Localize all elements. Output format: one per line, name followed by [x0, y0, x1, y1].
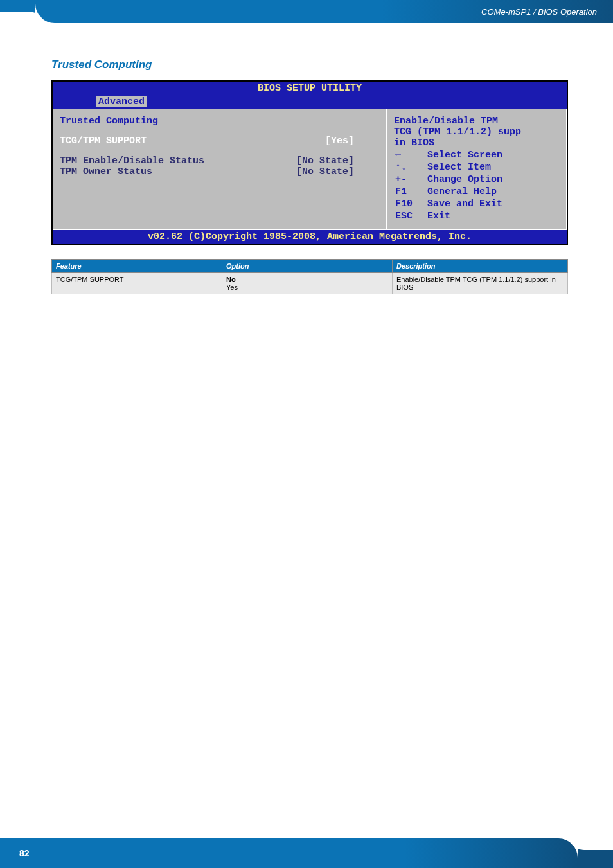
- bios-left-pane: Trusted Computing TCG/TPM SUPPORT [Yes] …: [53, 109, 387, 230]
- bios-key-label: Select Screen: [427, 150, 558, 161]
- bios-item-label: TPM Enable/Disable Status: [60, 155, 204, 166]
- bios-item-value: [No State]: [296, 155, 354, 166]
- bios-item-value: [No State]: [296, 166, 354, 177]
- bios-key: F10: [395, 199, 426, 209]
- bios-key-label: Select Item: [427, 162, 558, 173]
- header-band: COMe-mSP1 / BIOS Operation: [35, 0, 613, 23]
- bios-item-tpm-owner-status: TPM Owner Status [No State]: [60, 166, 380, 177]
- bios-item-label: TPM Owner Status: [60, 166, 152, 177]
- table-row: TCG/TPM SUPPORT No Yes Enable/Disable TP…: [52, 273, 568, 294]
- bios-key: ↑↓: [395, 162, 426, 173]
- bios-tab-bar: Advanced: [53, 95, 567, 109]
- td-description: Enable/Disable TPM TCG (TPM 1.1/1.2) sup…: [392, 273, 567, 294]
- bios-key-row: ESCExit: [395, 211, 558, 222]
- th-option: Option: [222, 260, 392, 273]
- bios-key-label: Exit: [427, 211, 558, 222]
- bios-key-row: ↑↓Select Item: [395, 162, 558, 173]
- bios-key-label: Save and Exit: [427, 199, 558, 209]
- page-number: 82: [19, 848, 30, 858]
- bios-key-row: +-Change Option: [395, 174, 558, 185]
- page: COMe-mSP1 / BIOS Operation Trusted Compu…: [0, 0, 613, 868]
- option-value: Yes: [226, 283, 238, 291]
- bios-item-tpm-enable-status: TPM Enable/Disable Status [No State]: [60, 155, 380, 166]
- bios-help-text: Enable/Disable TPM TCG (TPM 1.1/1.2) sup…: [394, 116, 560, 148]
- content: Trusted Computing BIOS SETUP UTILITY Adv…: [0, 23, 613, 294]
- header-corner-mask: [0, 12, 45, 28]
- td-option: No Yes: [222, 273, 392, 294]
- bios-key: ESC: [395, 211, 426, 222]
- bios-key: +-: [395, 174, 426, 185]
- th-description: Description: [392, 260, 567, 273]
- bios-right-pane: Enable/Disable TPM TCG (TPM 1.1/1.2) sup…: [387, 109, 567, 230]
- options-table: Feature Option Description TCG/TPM SUPPO…: [51, 259, 568, 294]
- footer-band: 82: [0, 838, 578, 868]
- bios-key-row: ←Select Screen: [395, 150, 558, 161]
- bios-key-row: F1General Help: [395, 186, 558, 197]
- bios-key-label: Change Option: [427, 174, 558, 185]
- section-title: Trusted Computing: [51, 58, 568, 71]
- bios-footer-copyright: v02.62 (C)Copyright 1985-2008, American …: [53, 230, 567, 244]
- table-header-row: Feature Option Description: [52, 260, 568, 273]
- bios-key-help: ←Select Screen ↑↓Select Item +-Change Op…: [394, 148, 560, 223]
- bios-pane-heading: Trusted Computing: [60, 116, 380, 127]
- td-feature: TCG/TPM SUPPORT: [52, 273, 222, 294]
- bios-screenshot: BIOS SETUP UTILITY Advanced Trusted Comp…: [51, 80, 568, 245]
- footer: 82: [0, 838, 613, 868]
- option-value: No: [226, 276, 236, 283]
- bios-app-title: BIOS SETUP UTILITY: [53, 82, 567, 95]
- bios-key: F1: [395, 186, 426, 197]
- bios-key-row: F10Save and Exit: [395, 199, 558, 209]
- bios-tab-advanced[interactable]: Advanced: [96, 96, 147, 107]
- bios-key: ←: [395, 150, 426, 161]
- th-feature: Feature: [52, 260, 222, 273]
- bios-key-label: General Help: [427, 186, 558, 197]
- bios-body: Trusted Computing TCG/TPM SUPPORT [Yes] …: [53, 109, 567, 230]
- bios-item-label: TCG/TPM SUPPORT: [60, 136, 147, 146]
- bios-item-tcg-tpm-support[interactable]: TCG/TPM SUPPORT [Yes]: [60, 136, 380, 146]
- bios-item-value: [Yes]: [325, 136, 354, 146]
- breadcrumb: COMe-mSP1 / BIOS Operation: [481, 7, 597, 17]
